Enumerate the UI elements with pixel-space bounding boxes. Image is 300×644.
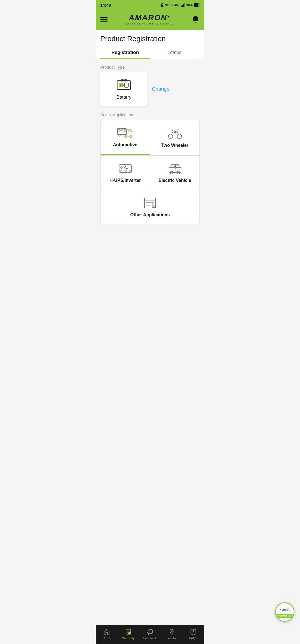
automotive-label: Automotive bbox=[113, 142, 138, 147]
svg-rect-4 bbox=[184, 3, 185, 7]
svg-point-25 bbox=[125, 135, 127, 138]
product-type-card: - + Battery bbox=[100, 72, 148, 106]
svg-rect-3 bbox=[183, 4, 184, 7]
logo-text: AMARON® bbox=[129, 14, 170, 22]
home-icon bbox=[103, 628, 110, 635]
svg-rect-6 bbox=[194, 4, 198, 6]
nav-home-label: Home bbox=[102, 636, 111, 640]
other-applications-label: Other Applications bbox=[130, 212, 170, 217]
svg-point-20 bbox=[119, 134, 121, 136]
nav-locator[interactable]: Locator bbox=[163, 628, 180, 640]
two-wheeler-icon bbox=[167, 127, 183, 140]
tab-status[interactable]: Status bbox=[150, 46, 200, 59]
main-content: Product Type - + Battery Change Select A… bbox=[96, 59, 204, 247]
svg-rect-7 bbox=[199, 4, 199, 6]
electric-vehicle-label: Electric Vehicle bbox=[159, 178, 191, 183]
nav-home[interactable]: Home bbox=[98, 628, 115, 640]
nav-locator-label: Locator bbox=[167, 636, 177, 640]
inverter-icon bbox=[117, 162, 134, 175]
hups-inverter-label: H-UPS/Inverter bbox=[109, 178, 141, 183]
svg-text:?: ? bbox=[192, 630, 194, 634]
svg-rect-24 bbox=[129, 130, 130, 132]
svg-point-54 bbox=[171, 630, 172, 632]
bottom-navigation: Home Warranty Feedback bbox=[96, 625, 204, 644]
svg-rect-17 bbox=[119, 130, 120, 131]
signal-icon bbox=[181, 3, 185, 7]
product-type-label: Product Type bbox=[100, 65, 200, 70]
svg-point-26 bbox=[130, 135, 132, 138]
product-type-row: - + Battery Change bbox=[100, 72, 200, 106]
feedback-icon bbox=[146, 628, 154, 635]
battery-icon bbox=[194, 3, 200, 7]
nav-faqs[interactable]: ? FAQ's bbox=[185, 628, 202, 640]
app-logo: AMARON® LASTS LONG, REALLY LONG. bbox=[125, 14, 174, 25]
app-other[interactable]: Other Applications bbox=[101, 190, 199, 224]
svg-text:+: + bbox=[122, 84, 124, 87]
product-type-value: Battery bbox=[116, 95, 131, 100]
svg-point-40 bbox=[177, 171, 180, 174]
lock-icon bbox=[160, 3, 164, 7]
battery-product-icon: - + bbox=[115, 78, 133, 92]
svg-rect-15 bbox=[124, 83, 128, 87]
tab-bar: Registration Status bbox=[100, 46, 200, 59]
warranty-icon bbox=[125, 628, 132, 635]
page-title-section: Product Registration Registration Status bbox=[96, 30, 204, 59]
status-time: 14:48 bbox=[100, 3, 111, 8]
svg-point-31 bbox=[121, 167, 122, 168]
page-title: Product Registration bbox=[100, 34, 200, 46]
select-application-label: Select Application bbox=[100, 112, 200, 117]
status-bar: 14:48 VoLTE 4G+ 90% bbox=[96, 0, 204, 10]
svg-point-39 bbox=[170, 171, 173, 174]
svg-rect-2 bbox=[182, 5, 183, 7]
svg-rect-36 bbox=[120, 170, 121, 171]
svg-rect-18 bbox=[121, 130, 123, 131]
tab-registration[interactable]: Registration bbox=[100, 46, 150, 59]
network-indicator: VoLTE 4G+ bbox=[165, 4, 180, 7]
other-applications-icon bbox=[142, 197, 158, 209]
status-icons: VoLTE 4G+ 90% bbox=[160, 3, 200, 7]
svg-rect-16 bbox=[118, 128, 126, 135]
app-two-wheeler[interactable]: Two Wheeler bbox=[150, 120, 199, 155]
logo-tagline: LASTS LONG, REALLY LONG. bbox=[125, 22, 174, 25]
two-wheeler-label: Two Wheeler bbox=[161, 143, 189, 148]
battery-text: 90% bbox=[186, 3, 192, 7]
change-product-button[interactable]: Change bbox=[152, 86, 169, 92]
svg-point-8 bbox=[195, 16, 196, 17]
hamburger-menu-button[interactable] bbox=[100, 17, 108, 22]
svg-text:-: - bbox=[120, 84, 121, 87]
nav-feedback-label: Feedback bbox=[143, 636, 157, 640]
header: AMARON® LASTS LONG, REALLY LONG. bbox=[96, 10, 204, 30]
svg-rect-0 bbox=[161, 5, 163, 7]
faqs-icon: ? bbox=[190, 628, 197, 635]
automotive-icon bbox=[117, 127, 134, 139]
electric-vehicle-icon bbox=[167, 162, 183, 175]
nav-warranty[interactable]: Warranty bbox=[120, 628, 137, 640]
nav-faqs-label: FAQ's bbox=[189, 636, 198, 640]
application-grid: Automotive Two Wheeler bbox=[100, 120, 200, 224]
notification-button[interactable] bbox=[191, 15, 200, 24]
app-electric-vehicle[interactable]: Electric Vehicle bbox=[150, 156, 199, 190]
locator-icon bbox=[168, 628, 175, 635]
svg-rect-1 bbox=[181, 6, 182, 7]
app-hups-inverter[interactable]: H-UPS/Inverter bbox=[101, 156, 150, 190]
svg-rect-37 bbox=[129, 170, 131, 171]
nav-feedback[interactable]: Feedback bbox=[142, 628, 158, 640]
app-automotive[interactable]: Automotive bbox=[101, 120, 150, 155]
nav-warranty-label: Warranty bbox=[122, 636, 134, 640]
